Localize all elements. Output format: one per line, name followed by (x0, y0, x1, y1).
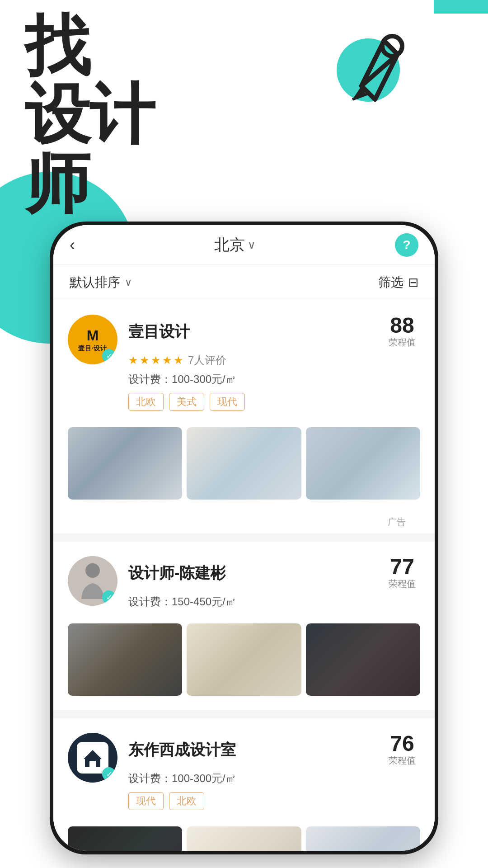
room-image-3 (306, 427, 420, 500)
score-box-dongzuo: 76 荣程值 (384, 733, 420, 767)
app-content[interactable]: M 壹目·设计 ✓ 壹目设计 88 荣程 (53, 300, 435, 851)
score-num-dongzuo: 76 (384, 733, 420, 755)
tag-nordic: 北欧 (128, 393, 164, 411)
card-info-dongzuo: 东作西成设计室 76 荣程值 设计费：100-300元/㎡ 现代 北欧 (128, 733, 420, 818)
help-button[interactable]: ? (395, 233, 418, 257)
score-num-chen: 77 (384, 556, 420, 578)
tag-american: 美式 (169, 393, 204, 411)
phone-mockup: ‹ 北京 ∨ ? 默认排序 ∨ 筛选 ⊟ (50, 222, 438, 854)
score-label-chen: 荣程值 (384, 578, 420, 590)
pen-icon (325, 14, 425, 113)
bg-rect-top (434, 0, 488, 14)
hero-line2: 设计 (25, 80, 154, 149)
designer-card-chen[interactable]: ✓ 设计师-陈建彬 77 荣程值 设计费：150-450元/㎡ (53, 542, 435, 710)
score-num-yimu: 88 (384, 315, 420, 336)
designer-name-dongzuo: 东作西成设计室 (128, 740, 236, 760)
tag-nordic-dongzuo: 北欧 (169, 792, 204, 810)
room-image-8 (187, 826, 301, 851)
svg-point-2 (85, 563, 100, 578)
sort-button[interactable]: 默认排序 ∨ (70, 274, 132, 291)
app-header: ‹ 北京 ∨ ? (53, 225, 435, 265)
designer-name-yimu: 壹目设计 (128, 321, 190, 342)
stars-yimu: ★ ★ ★ ★ ★ (128, 354, 183, 367)
filter-label: 筛选 (378, 274, 404, 291)
verified-badge-chen: ✓ (102, 590, 116, 604)
room-image-5 (187, 623, 301, 696)
card-images-yimu[interactable] (53, 427, 435, 514)
verified-badge-yimu: ✓ (102, 349, 116, 363)
hero-section: 找 设计 师 (25, 11, 154, 218)
card-info-chen: 设计师-陈建彬 77 荣程值 设计费：150-450元/㎡ (128, 556, 420, 615)
score-box-chen: 77 荣程值 (384, 556, 420, 590)
room-image-6 (306, 623, 420, 696)
card-name-row-yimu: 壹目设计 88 荣程值 (128, 315, 420, 349)
card-header-yimu: M 壹目·设计 ✓ 壹目设计 88 荣程 (68, 315, 420, 419)
card-images-chen[interactable] (53, 623, 435, 710)
room-image-4 (68, 623, 182, 696)
room-image-9 (306, 826, 420, 851)
verified-badge-dongzuo: ✓ (102, 767, 116, 781)
card-name-row-chen: 设计师-陈建彬 77 荣程值 (128, 556, 420, 590)
avatar-dongzuo: ✓ (68, 733, 117, 783)
card-header-chen: ✓ 设计师-陈建彬 77 荣程值 设计费：150-450元/㎡ (68, 556, 420, 615)
score-label-dongzuo: 荣程值 (384, 755, 420, 767)
room-image-7 (68, 826, 182, 851)
card-tags-dongzuo: 现代 北欧 (128, 792, 420, 810)
hero-line3: 师 (25, 149, 154, 218)
phone-screen: ‹ 北京 ∨ ? 默认排序 ∨ 筛选 ⊟ (53, 225, 435, 851)
tag-modern-dongzuo: 现代 (128, 792, 164, 810)
city-dropdown-arrow: ∨ (248, 239, 256, 251)
back-button[interactable]: ‹ (70, 236, 75, 255)
room-image-1 (68, 427, 182, 500)
card-info-yimu: 壹目设计 88 荣程值 ★ ★ ★ ★ (128, 315, 420, 419)
house-icon (81, 746, 104, 769)
card-name-row-dongzuo: 东作西成设计室 76 荣程值 (128, 733, 420, 767)
header-title[interactable]: 北京 ∨ (214, 235, 256, 255)
filter-bar: 默认排序 ∨ 筛选 ⊟ (53, 265, 435, 300)
card-price-yimu: 设计费：100-300元/㎡ (128, 372, 420, 387)
designer-card-dongzuo[interactable]: ✓ 东作西成设计室 76 荣程值 设计费：100-300元/㎡ (53, 718, 435, 851)
sort-arrow-icon: ∨ (125, 277, 132, 288)
card-rating-yimu: ★ ★ ★ ★ ★ 7人评价 (128, 353, 420, 368)
avatar-chen: ✓ (68, 556, 117, 606)
filter-icon: ⊟ (408, 275, 418, 290)
room-image-2 (187, 427, 301, 500)
card-tags-yimu: 北欧 美式 现代 (128, 393, 420, 411)
svg-rect-3 (89, 761, 96, 767)
tag-modern: 现代 (210, 393, 245, 411)
card-price-dongzuo: 设计费：100-300元/㎡ (128, 771, 420, 786)
ad-label-yimu: 广告 (68, 514, 420, 533)
designer-card-yimu[interactable]: M 壹目·设计 ✓ 壹目设计 88 荣程 (53, 300, 435, 533)
card-header-dongzuo: ✓ 东作西成设计室 76 荣程值 设计费：100-300元/㎡ (68, 733, 420, 818)
avatar-yimu: M 壹目·设计 ✓ (68, 315, 117, 364)
card-price-chen: 设计费：150-450元/㎡ (128, 594, 420, 609)
sort-label: 默认排序 (70, 274, 120, 291)
city-name: 北京 (214, 235, 245, 255)
score-box-yimu: 88 荣程值 (384, 315, 420, 349)
designer-name-chen: 设计师-陈建彬 (128, 563, 225, 584)
filter-button[interactable]: 筛选 ⊟ (378, 274, 418, 291)
rating-count-yimu: 7人评价 (188, 353, 226, 368)
card-images-dongzuo[interactable] (53, 826, 435, 851)
score-label-yimu: 荣程值 (384, 336, 420, 349)
hero-line1: 找 (25, 11, 154, 80)
